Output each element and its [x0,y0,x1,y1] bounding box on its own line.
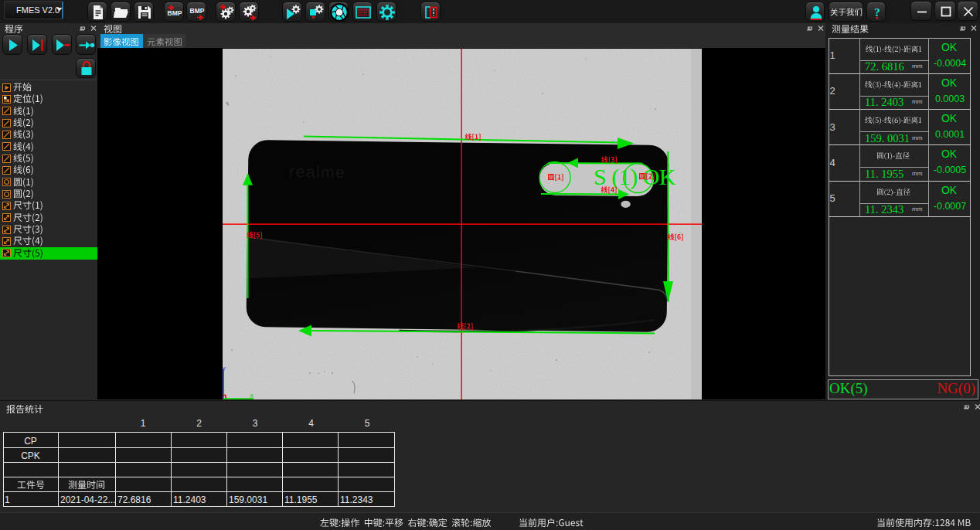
svg-text:realme: realme [289,162,345,181]
svg-text:BMP: BMP [168,9,182,17]
svg-text:S (1) OK: S (1) OK [594,163,676,189]
svg-text:?: ? [874,6,880,19]
svg-text:X: X [250,392,254,399]
svg-text:BMP: BMP [190,7,205,15]
svg-text:Y: Y [223,365,226,372]
